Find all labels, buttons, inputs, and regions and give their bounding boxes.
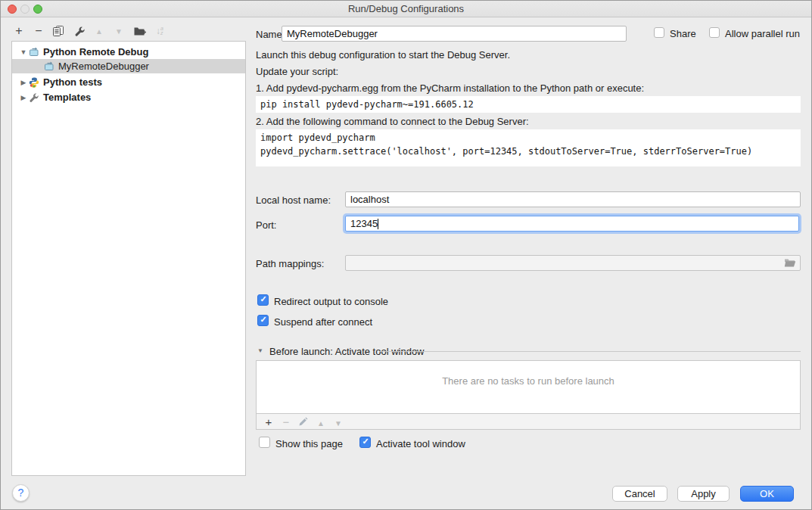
redirect-output-label: Redirect output to console [274, 296, 388, 307]
browse-folder-icon[interactable] [784, 258, 796, 268]
tree-item-label: MyRemoteDebugger [56, 61, 149, 72]
ok-button[interactable]: OK [740, 486, 794, 502]
chevron-down-icon[interactable]: ▼ [18, 48, 29, 56]
title-bar: Run/Debug Configurations [1, 1, 811, 17]
run-configuration-icon [29, 47, 41, 58]
run-configuration-icon [44, 61, 56, 72]
add-configuration-button[interactable]: + [11, 23, 26, 39]
code-line-import: import pydevd_pycharm [260, 132, 375, 143]
task-list-toolbar: + − ▲ ▼ [256, 413, 801, 430]
redirect-output-checkbox[interactable] [257, 294, 269, 306]
close-button[interactable] [8, 5, 17, 14]
minimize-button[interactable] [20, 5, 30, 14]
step1-text: 1. Add pydevd-pycharm.egg from the PyCha… [256, 82, 644, 94]
remove-configuration-button[interactable]: − [31, 23, 46, 39]
configurations-tree: ▼ Python Remote Debug MyRemoteDebugger [11, 41, 246, 476]
remove-task-button[interactable]: − [281, 415, 291, 428]
code-snippet-settrace: import pydevd_pycharmpydevd_pycharm.sett… [256, 129, 801, 166]
move-down-button[interactable]: ▼ [111, 23, 126, 39]
python-tests-icon [29, 77, 41, 88]
tree-item-label: Python Remote Debug [41, 46, 148, 58]
port-input[interactable]: 12345 [345, 216, 799, 232]
edit-task-icon[interactable] [298, 417, 309, 427]
cancel-button[interactable]: Cancel [612, 486, 667, 502]
sort-configurations-icon[interactable]: ↓ az [152, 23, 167, 39]
edit-templates-wrench-icon[interactable] [72, 23, 87, 39]
run-debug-configurations-dialog: Run/Debug Configurations + − ▲ ▼ ↓ az ▼ [0, 0, 812, 510]
tree-item-python-tests[interactable]: ▶ Python tests [12, 75, 245, 89]
tree-item-label: Python tests [41, 76, 102, 88]
zoom-button[interactable] [33, 5, 42, 14]
chevron-right-icon[interactable]: ▶ [18, 79, 29, 86]
collapse-chevron-icon[interactable]: ▼ [257, 347, 263, 354]
window-title: Run/Debug Configurations [1, 1, 811, 17]
show-this-page-checkbox[interactable] [259, 437, 270, 448]
path-mappings-label: Path mappings: [256, 258, 324, 269]
tree-item-label: Templates [41, 92, 91, 103]
help-button[interactable]: ? [12, 484, 30, 502]
tree-item-python-remote-debug[interactable]: ▼ Python Remote Debug [12, 45, 245, 59]
move-task-up-button[interactable]: ▲ [316, 415, 326, 428]
apply-button[interactable]: Apply [677, 486, 730, 502]
port-label: Port: [256, 219, 276, 231]
allow-parallel-run-label: Allow parallel run [725, 28, 800, 39]
code-snippet-pip: pip install pydevd-pycharm~=191.6605.12 [256, 96, 801, 113]
name-label: Name: [256, 29, 285, 40]
add-task-button[interactable]: + [263, 415, 274, 428]
update-script-text: Update your script: [256, 66, 338, 77]
port-value: 12345 [350, 218, 378, 229]
move-task-down-button[interactable]: ▼ [333, 415, 344, 428]
copy-configuration-icon[interactable] [51, 23, 66, 39]
move-up-button[interactable]: ▲ [92, 23, 107, 39]
activate-tool-window-label: Activate tool window [376, 438, 465, 449]
chevron-right-icon[interactable]: ▶ [18, 94, 29, 101]
tree-item-templates[interactable]: ▶ Templates [12, 90, 245, 104]
name-input[interactable] [282, 26, 627, 42]
suspend-after-connect-label: Suspend after connect [274, 316, 372, 328]
show-this-page-label: Show this page [275, 438, 343, 449]
share-checkbox[interactable] [654, 27, 664, 38]
intro-text: Launch this debug configuration to start… [256, 49, 510, 61]
before-launch-task-list[interactable]: There are no tasks to run before launch [256, 360, 801, 414]
section-divider [379, 351, 801, 352]
empty-task-list-text: There are no tasks to run before launch [257, 375, 800, 387]
tree-item-myremotedebugger[interactable]: MyRemoteDebugger [12, 59, 245, 73]
text-caret [378, 219, 378, 229]
step2-text: 2. Add the following command to connect … [256, 116, 529, 127]
allow-parallel-run-checkbox[interactable] [709, 27, 720, 38]
activate-tool-window-checkbox[interactable] [359, 437, 371, 448]
share-label: Share [670, 28, 696, 39]
path-mappings-field[interactable] [345, 255, 801, 271]
local-host-name-label: Local host name: [256, 194, 331, 206]
code-line-settrace: pydevd_pycharm.settrace('localhost', por… [260, 146, 752, 157]
suspend-after-connect-checkbox[interactable] [257, 315, 269, 326]
templates-wrench-icon [29, 92, 41, 103]
local-host-name-input[interactable] [345, 191, 801, 207]
create-folder-icon[interactable] [132, 23, 148, 39]
